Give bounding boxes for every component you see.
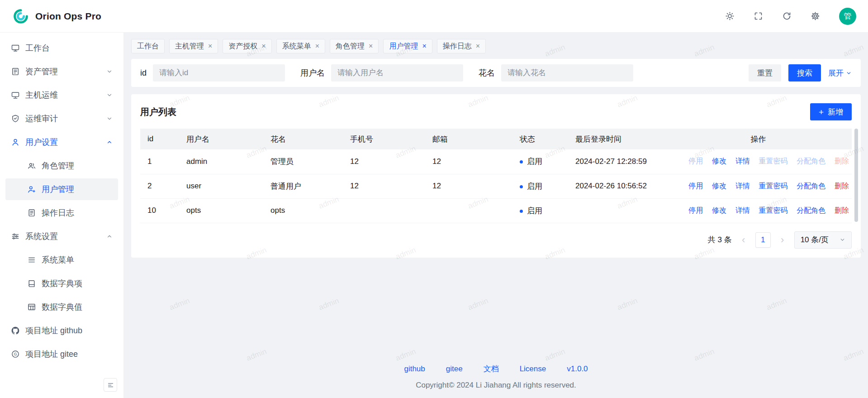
footer-link-github[interactable]: github xyxy=(404,364,425,374)
tab-system-menu[interactable]: 系统菜单 × xyxy=(276,39,325,53)
prev-page-button[interactable]: ‹ xyxy=(737,235,750,245)
username-label: 用户名 xyxy=(300,67,325,78)
fullscreen-icon[interactable] xyxy=(754,11,763,21)
action-reset-password[interactable]: 重置密码 xyxy=(759,157,788,165)
avatar[interactable]: 管 xyxy=(839,8,856,25)
user-icon xyxy=(11,138,20,147)
action-edit[interactable]: 修改 xyxy=(712,206,726,214)
sidebar-item-workbench[interactable]: 工作台 xyxy=(5,37,118,59)
sidebar-item-label: 操作日志 xyxy=(42,207,74,218)
action-assign-role[interactable]: 分配角色 xyxy=(797,206,825,214)
tab-host-management[interactable]: 主机管理 × xyxy=(169,39,218,53)
action-assign-role[interactable]: 分配角色 xyxy=(797,182,825,190)
theme-toggle-icon[interactable] xyxy=(725,11,735,21)
sidebar-item-user-settings[interactable]: 用户设置 xyxy=(5,131,118,153)
status-text: 启用 xyxy=(527,206,542,215)
search-button[interactable]: 搜索 xyxy=(788,64,821,82)
tab-role-management[interactable]: 角色管理 × xyxy=(330,39,379,53)
id-input[interactable] xyxy=(153,64,285,82)
sidebar-item-gitee[interactable]: G 项目地址 gitee xyxy=(5,343,118,365)
action-delete[interactable]: 删除 xyxy=(835,206,849,214)
tab-label: 资产授权 xyxy=(228,42,257,51)
filter-actions: 重置 搜索 展开 xyxy=(749,64,852,82)
content-area: adminadminadminadminadminadminadminadmin… xyxy=(124,33,868,398)
action-delete[interactable]: 删除 xyxy=(835,182,849,190)
action-reset-password[interactable]: 重置密码 xyxy=(759,182,788,190)
cell-actions: 停用 修改 详情 重置密码 分配角色 删除 xyxy=(665,149,852,174)
close-icon[interactable]: × xyxy=(208,43,212,50)
close-icon[interactable]: × xyxy=(315,43,319,50)
sidebar-collapse-button[interactable] xyxy=(104,378,117,392)
close-icon[interactable]: × xyxy=(422,43,426,50)
footer-link-version[interactable]: v1.0.0 xyxy=(567,364,588,374)
tab-label: 用户管理 xyxy=(389,42,418,51)
tab-operation-log[interactable]: 操作日志 × xyxy=(437,39,486,53)
sidebar-item-dict-value[interactable]: 数据字典值 xyxy=(5,296,118,318)
tab-user-management[interactable]: 用户管理 × xyxy=(383,39,432,53)
sidebar-item-host-ops[interactable]: 主机运维 xyxy=(5,84,118,106)
tab-label: 系统菜单 xyxy=(282,42,311,51)
action-reset-password[interactable]: 重置密码 xyxy=(759,206,788,214)
cell-last-login: 2024-02-27 12:28:59 xyxy=(571,149,665,174)
column-header-last-login: 最后登录时间 xyxy=(571,129,665,149)
app-logo: Orion Ops Pro xyxy=(12,7,101,25)
chevron-down-icon xyxy=(846,70,852,76)
action-disable[interactable]: 停用 xyxy=(688,157,703,165)
nickname-input[interactable] xyxy=(501,64,633,82)
add-user-button[interactable]: + 新增 xyxy=(810,103,852,120)
main-layout: 工作台 资产管理 主机运维 xyxy=(0,33,868,398)
expand-toggle[interactable]: 展开 xyxy=(828,68,852,78)
close-icon[interactable]: × xyxy=(261,43,266,50)
sidebar-item-label: 数据字典值 xyxy=(42,302,82,312)
tab-workbench[interactable]: 工作台 xyxy=(131,39,165,53)
action-edit[interactable]: 修改 xyxy=(712,157,726,165)
table-row: 1 admin 管理员 12 12 启用 2024-02-27 12:28:59 xyxy=(140,149,852,174)
sidebar-item-github[interactable]: 项目地址 github xyxy=(5,320,118,341)
sidebar-item-system-settings[interactable]: 系统设置 xyxy=(5,225,118,247)
action-assign-role[interactable]: 分配角色 xyxy=(797,157,825,165)
sidebar-item-role-management[interactable]: 角色管理 xyxy=(5,155,118,177)
action-disable[interactable]: 停用 xyxy=(688,206,703,214)
action-delete[interactable]: 删除 xyxy=(835,157,849,165)
close-icon[interactable]: × xyxy=(369,43,373,50)
page-size-select[interactable]: 10 条/页 xyxy=(794,231,852,249)
user-add-icon xyxy=(27,185,36,194)
action-detail[interactable]: 详情 xyxy=(735,157,750,165)
action-disable[interactable]: 停用 xyxy=(688,182,703,190)
footer-link-license[interactable]: License xyxy=(520,364,546,374)
monitor-icon xyxy=(11,43,20,53)
reset-button[interactable]: 重置 xyxy=(749,64,781,82)
tab-asset-authorization[interactable]: 资产授权 × xyxy=(223,39,271,53)
username-input[interactable] xyxy=(331,64,463,82)
menu-lines-icon xyxy=(27,255,36,264)
sidebar-item-operation-log[interactable]: 操作日志 xyxy=(5,202,118,224)
status-dot xyxy=(520,210,523,213)
cell-nickname: 普通用户 xyxy=(266,174,346,198)
sidebar-item-asset-management[interactable]: 资产管理 xyxy=(5,61,118,82)
sidebar-item-user-management[interactable]: 用户管理 xyxy=(5,178,118,200)
action-detail[interactable]: 详情 xyxy=(735,206,750,214)
chevron-up-icon xyxy=(106,233,113,240)
refresh-icon[interactable] xyxy=(782,11,792,21)
footer-link-docs[interactable]: 文档 xyxy=(484,364,499,374)
sidebar-item-label: 资产管理 xyxy=(25,66,58,77)
sidebar-item-label: 项目地址 github xyxy=(25,325,82,336)
action-detail[interactable]: 详情 xyxy=(735,182,750,190)
sidebar-item-dict-item[interactable]: 数据字典项 xyxy=(5,273,118,294)
sliders-icon xyxy=(11,232,20,241)
sidebar-item-system-menu[interactable]: 系统菜单 xyxy=(5,249,118,271)
next-page-button[interactable]: › xyxy=(776,235,789,245)
page-number-current[interactable]: 1 xyxy=(755,232,771,248)
sidebar-item-ops-audit[interactable]: 运维审计 xyxy=(5,108,118,129)
table-scrollbar[interactable] xyxy=(854,129,858,222)
settings-gear-icon[interactable] xyxy=(811,11,820,21)
action-edit[interactable]: 修改 xyxy=(712,182,726,190)
sidebar-item-label: 项目地址 gitee xyxy=(25,349,78,360)
footer-link-gitee[interactable]: gitee xyxy=(446,364,463,374)
close-icon[interactable]: × xyxy=(476,43,480,50)
user-list-card: 用户列表 + 新增 id xyxy=(131,94,861,258)
pagination-total: 共 3 条 xyxy=(708,235,732,245)
status-dot xyxy=(520,160,523,163)
tab-label: 操作日志 xyxy=(443,42,472,51)
sidebar-item-label: 角色管理 xyxy=(42,160,74,171)
